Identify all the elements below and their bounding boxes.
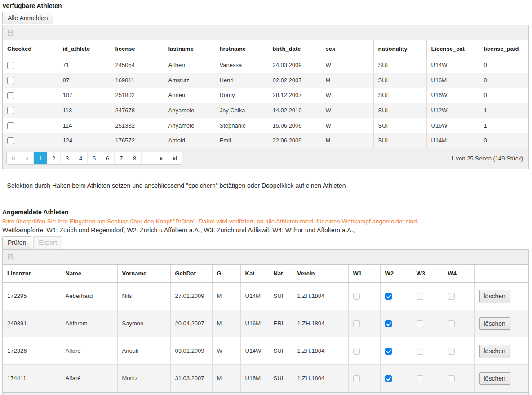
cell-lastname: Anyamele (164, 103, 215, 118)
chevron-right-icon (160, 157, 163, 160)
save-icon[interactable] (7, 254, 524, 261)
column-header-nat: Nat (269, 265, 293, 283)
cell-kat: U16M (240, 310, 269, 337)
page-button-5[interactable]: 5 (88, 152, 101, 164)
delete-button[interactable]: löschen (479, 290, 510, 302)
cell-vorname: Nils (117, 283, 170, 310)
register-all-button[interactable]: Alle Anmelden (2, 12, 53, 24)
cell-license-cat: U16M (426, 73, 479, 88)
w3-checkbox[interactable] (417, 375, 423, 382)
cell-lastname: Arnold (164, 133, 215, 148)
row-select-checkbox[interactable] (7, 137, 14, 144)
cell-w2 (380, 365, 412, 392)
row-select-checkbox[interactable] (7, 77, 14, 84)
w2-checkbox[interactable] (385, 375, 392, 382)
column-header-kat: Kat (240, 265, 269, 283)
column-header-sex: sex (321, 40, 373, 58)
prev-page-button[interactable] (20, 152, 34, 164)
export-button[interactable]: Export (33, 236, 62, 249)
cell-lizenznr: 172326 (3, 337, 61, 365)
cell-w2 (380, 283, 412, 310)
cell-w3 (412, 283, 443, 310)
cell-vorname: Anouk (117, 337, 170, 365)
seek-first-icon (12, 156, 15, 160)
cell-checked (3, 73, 58, 88)
check-button[interactable]: Prüfen (2, 236, 31, 249)
cell-nationality: SUI (373, 118, 426, 133)
w3-checkbox[interactable] (417, 320, 423, 327)
cell-actions: löschen (474, 283, 528, 310)
w3-checkbox[interactable] (417, 293, 423, 300)
w1-checkbox[interactable] (353, 320, 360, 327)
page-button-7[interactable]: 7 (115, 152, 128, 164)
cell-gebdat: 03.01.2009 (170, 337, 212, 365)
column-header-actions (474, 265, 528, 283)
cell-firstname: Romy (215, 88, 268, 103)
table-row: 113 247678 Anyamele Joy Chika 14.02.2010… (3, 103, 528, 118)
w4-checkbox[interactable] (448, 375, 455, 382)
cell-license: 176572 (111, 133, 164, 148)
cell-g: M (212, 310, 240, 337)
first-page-button[interactable] (7, 152, 20, 164)
page-button-1[interactable]: 1 (34, 152, 47, 164)
cell-checked (3, 118, 58, 133)
delete-button[interactable]: löschen (479, 317, 510, 330)
w4-checkbox[interactable] (448, 348, 455, 355)
cell-w1 (348, 310, 380, 337)
w4-checkbox[interactable] (448, 293, 455, 300)
cell-kat: U16M (240, 365, 269, 392)
next-page-button[interactable] (155, 152, 168, 164)
cell-license-paid: 0 (479, 58, 528, 73)
cell-lastname: Anyamele (164, 118, 215, 133)
cell-license-cat: U12W (426, 103, 479, 118)
page-button-8[interactable]: 8 (128, 152, 142, 164)
row-select-checkbox[interactable] (7, 107, 14, 114)
cell-name: Alfaré (61, 337, 117, 365)
cell-vorname: Saymon (117, 310, 170, 337)
w4-checkbox[interactable] (448, 320, 455, 327)
cell-birth-date: 02.02.2007 (268, 73, 321, 88)
page-button-4[interactable]: 4 (74, 152, 88, 164)
cell-birth-date: 28.12.2007 (268, 88, 321, 103)
column-header-checked: Checked (3, 40, 58, 58)
table-row: 107 251802 Annen Romy 28.12.2007 W SUI U… (3, 88, 528, 103)
page-button-6[interactable]: 6 (101, 152, 115, 164)
column-header-verein: Verein (293, 265, 348, 283)
w3-checkbox[interactable] (417, 348, 423, 355)
cell-w3 (412, 337, 443, 365)
save-icon[interactable] (7, 29, 524, 36)
cell-nationality: SUI (373, 73, 426, 88)
page-button-2[interactable]: 2 (47, 152, 61, 164)
registered-athletes-grid: Lizenznr Name Vorname GebDat G Kat Nat V… (2, 249, 529, 395)
cell-sex: M (321, 73, 373, 88)
registered-pager: 1 1 von 1 Seiten (4 Stück) (3, 392, 528, 395)
cell-w4 (443, 310, 474, 337)
cell-w4 (443, 283, 474, 310)
w1-checkbox[interactable] (353, 348, 360, 355)
row-select-checkbox[interactable] (7, 92, 14, 99)
cell-license-cat: U14W (426, 58, 479, 73)
last-page-button[interactable] (168, 152, 182, 164)
cell-firstname: Vanessa (215, 58, 268, 73)
cell-w1 (348, 365, 380, 392)
more-pages-button[interactable]: ... (142, 152, 155, 164)
page-button-3[interactable]: 3 (61, 152, 74, 164)
w1-checkbox[interactable] (353, 375, 360, 382)
w2-checkbox[interactable] (385, 320, 392, 327)
row-select-checkbox[interactable] (7, 62, 14, 69)
available-athletes-table: Checked id_athlete license lastname firs… (3, 40, 528, 148)
delete-button[interactable]: löschen (479, 372, 510, 385)
w1-checkbox[interactable] (353, 293, 360, 300)
cell-birth-date: 22.06.2009 (268, 133, 321, 148)
delete-button[interactable]: löschen (479, 345, 510, 357)
w2-checkbox[interactable] (385, 293, 392, 300)
pager-summary: 1 von 25 Seiten (149 Stück) (451, 155, 525, 162)
cell-w2 (380, 310, 412, 337)
available-athletes-title: Verfügbare Athleten (2, 2, 531, 9)
w2-checkbox[interactable] (385, 348, 392, 355)
table-row: 114 251332 Anyamele Stephanie 15.06.2006… (3, 118, 528, 133)
table-row: 71 245054 Altherr Vanessa 24.03.2009 W S… (3, 58, 528, 73)
cell-firstname: Stephanie (215, 118, 268, 133)
row-select-checkbox[interactable] (7, 122, 14, 129)
available-athletes-grid: Checked id_athlete license lastname firs… (2, 25, 529, 169)
